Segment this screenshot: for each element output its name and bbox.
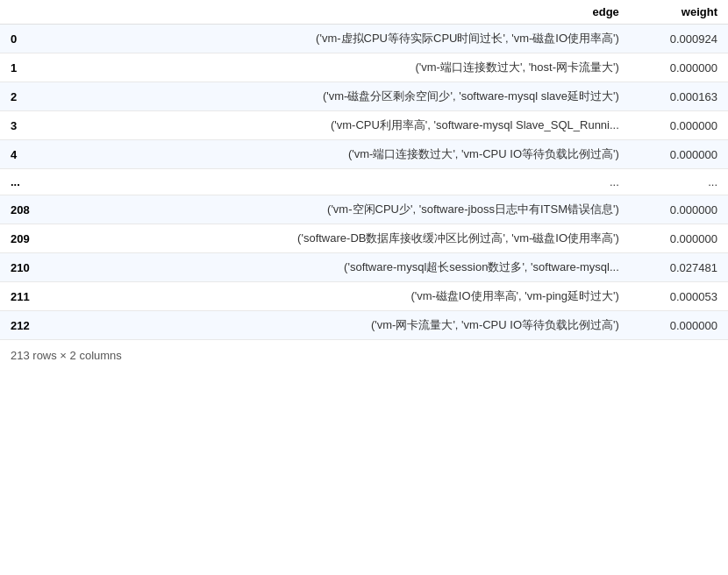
- col-header-index: [0, 0, 59, 25]
- table-row-weight: 0.000000: [630, 224, 728, 253]
- table-row-index: 209: [0, 224, 59, 253]
- table-row-weight: 0.000163: [630, 82, 728, 111]
- table-row-edge: ('vm-虚拟CPU等待实际CPU时间过长', 'vm-磁盘IO使用率高'): [59, 25, 630, 53]
- table-row-weight: 0.000924: [630, 25, 728, 53]
- table-row-weight: ...: [630, 169, 728, 195]
- table-row-index: ...: [0, 169, 59, 195]
- table-row-weight: 0.027481: [630, 253, 728, 282]
- table-row: 0('vm-虚拟CPU等待实际CPU时间过长', 'vm-磁盘IO使用率高')0…: [0, 25, 728, 53]
- table-row-weight: 0.000000: [630, 140, 728, 169]
- table-row: 1('vm-端口连接数过大', 'host-网卡流量大')0.000000: [0, 53, 728, 82]
- table-row-index: 4: [0, 140, 59, 169]
- table-row: 210('software-mysql超长session数过多', 'softw…: [0, 253, 728, 282]
- table-row-weight: 0.000000: [630, 111, 728, 140]
- table-row-weight: 0.000000: [630, 195, 728, 224]
- table-row-index: 212: [0, 311, 59, 340]
- table-row-edge: ('software-mysql超长session数过多', 'software…: [59, 253, 630, 282]
- table-row-edge: ('vm-端口连接数过大', 'host-网卡流量大'): [59, 53, 630, 82]
- col-header-edge: edge: [59, 0, 630, 25]
- table-row-index: 2: [0, 82, 59, 111]
- table-row-edge: ('vm-网卡流量大', 'vm-CPU IO等待负载比例过高'): [59, 311, 630, 340]
- table-row-index: 0: [0, 25, 59, 53]
- table-row-weight: 0.000000: [630, 53, 728, 82]
- table-row-index: 3: [0, 111, 59, 140]
- table-row-edge: ('vm-端口连接数过大', 'vm-CPU IO等待负载比例过高'): [59, 140, 630, 169]
- table-row-weight: 0.000053: [630, 282, 728, 311]
- data-table-container: edge weight 0('vm-虚拟CPU等待实际CPU时间过长', 'vm…: [0, 0, 728, 371]
- data-table: edge weight 0('vm-虚拟CPU等待实际CPU时间过长', 'vm…: [0, 0, 728, 340]
- table-row-edge: ('vm-空闲CPU少', 'software-jboss日志中有ITSM错误信…: [59, 195, 630, 224]
- table-row: 212('vm-网卡流量大', 'vm-CPU IO等待负载比例过高')0.00…: [0, 311, 728, 340]
- table-row: 211('vm-磁盘IO使用率高', 'vm-ping延时过大')0.00005…: [0, 282, 728, 311]
- table-row-edge: ('software-DB数据库接收缓冲区比例过高', 'vm-磁盘IO使用率高…: [59, 224, 630, 253]
- table-row-edge: ('vm-磁盘分区剩余空间少', 'software-mysql slave延时…: [59, 82, 630, 111]
- table-row: 209('software-DB数据库接收缓冲区比例过高', 'vm-磁盘IO使…: [0, 224, 728, 253]
- table-row: 2('vm-磁盘分区剩余空间少', 'software-mysql slave延…: [0, 82, 728, 111]
- table-row-edge: ('vm-磁盘IO使用率高', 'vm-ping延时过大'): [59, 282, 630, 311]
- col-header-weight: weight: [630, 0, 728, 25]
- table-row: 4('vm-端口连接数过大', 'vm-CPU IO等待负载比例过高')0.00…: [0, 140, 728, 169]
- table-row: 208('vm-空闲CPU少', 'software-jboss日志中有ITSM…: [0, 195, 728, 224]
- table-row-index: 208: [0, 195, 59, 224]
- table-row-index: 211: [0, 282, 59, 311]
- table-row: .........: [0, 169, 728, 195]
- table-row-edge: ('vm-CPU利用率高', 'software-mysql Slave_SQL…: [59, 111, 630, 140]
- table-footer: 213 rows × 2 columns: [0, 340, 728, 371]
- table-row-index: 1: [0, 53, 59, 82]
- table-row: 3('vm-CPU利用率高', 'software-mysql Slave_SQ…: [0, 111, 728, 140]
- table-row-index: 210: [0, 253, 59, 282]
- table-row-weight: 0.000000: [630, 311, 728, 340]
- table-row-edge: ...: [59, 169, 630, 195]
